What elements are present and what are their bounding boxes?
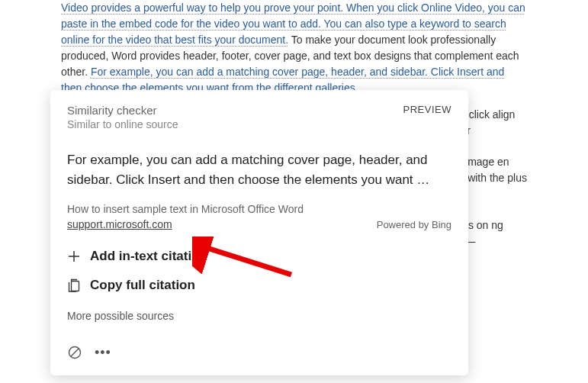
panel-footer: ••• (67, 345, 451, 360)
document-body: Video provides a powerful way to help yo… (0, 0, 588, 96)
more-sources-button[interactable]: More possible sources (67, 310, 451, 322)
panel-subtitle: Similar to online source (67, 118, 178, 130)
source-title: How to insert sample text in Microsoft O… (67, 203, 451, 215)
add-citation-label: Add in-text citation (90, 249, 207, 264)
more-options-button[interactable]: ••• (95, 346, 111, 359)
ignore-button[interactable] (67, 345, 82, 360)
copy-citation-button[interactable]: Copy full citation (67, 278, 451, 293)
matched-excerpt: For example, you can add a matching cove… (67, 150, 451, 189)
svg-line-2 (71, 349, 79, 356)
copy-icon (67, 278, 81, 292)
similarity-checker-panel: Similarity checker Similar to online sou… (50, 90, 468, 375)
panel-header: Similarity checker Similar to online sou… (67, 104, 451, 130)
source-link[interactable]: support.microsoft.com (67, 218, 172, 230)
add-citation-button[interactable]: Add in-text citation (67, 249, 451, 264)
panel-title-block: Similarity checker Similar to online sou… (67, 104, 178, 130)
powered-by-label: Powered by Bing (377, 219, 451, 230)
source-row: support.microsoft.com Powered by Bing (67, 218, 451, 230)
panel-title: Similarity checker (67, 104, 178, 117)
svg-rect-0 (72, 282, 79, 291)
plus-icon (67, 249, 81, 263)
preview-badge: PREVIEW (403, 104, 451, 115)
copy-citation-label: Copy full citation (90, 278, 195, 293)
